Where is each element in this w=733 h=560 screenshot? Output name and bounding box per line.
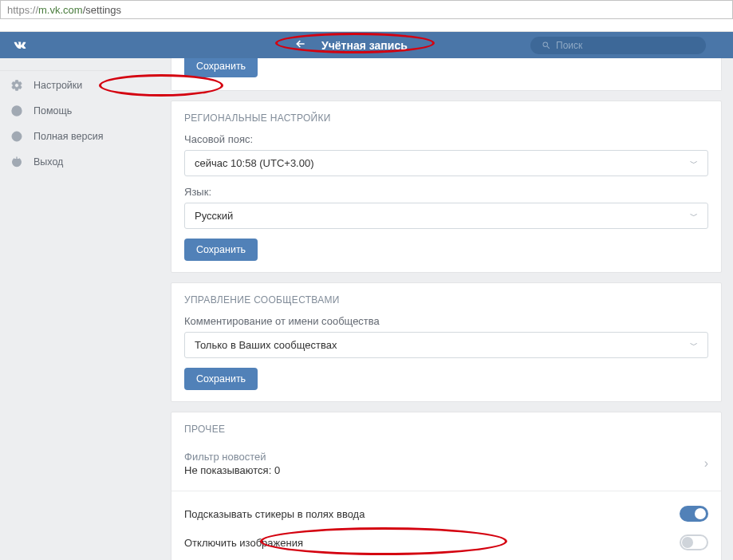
- url-protocol: https://: [7, 4, 38, 16]
- stickers-row: Подсказывать стикеры в полях ввода: [184, 499, 708, 528]
- communities-card: УПРАВЛЕНИЕ СООБЩЕСТВАМИ Комментирование …: [171, 282, 722, 402]
- sidebar-item-label: Настройки: [33, 80, 82, 91]
- timezone-select[interactable]: сейчас 10:58 (UTC+3.00) ﹀: [184, 150, 708, 176]
- comment-label: Комментирование от имени сообщества: [184, 315, 708, 327]
- chevron-down-icon: ﹀: [690, 340, 698, 351]
- section-title-regional: РЕГИОНАЛЬНЫЕ НАСТРОЙКИ: [184, 112, 708, 124]
- images-label: Отключить изображения: [184, 537, 303, 549]
- timezone-value: сейчас 10:58 (UTC+3.00): [195, 157, 314, 169]
- search-icon: [542, 41, 551, 50]
- sidebar: Настройки Помощь Полная версия Выход: [0, 58, 160, 560]
- images-toggle[interactable]: [680, 534, 708, 550]
- save-button-communities[interactable]: Сохранить: [184, 368, 258, 390]
- help-icon: [10, 104, 24, 118]
- timezone-label: Часовой пояс:: [184, 133, 708, 145]
- language-value: Русский: [195, 210, 233, 222]
- chevron-down-icon: ﹀: [690, 158, 698, 169]
- back-arrow-icon[interactable]: [294, 37, 307, 53]
- sidebar-item-settings[interactable]: Настройки: [0, 73, 160, 98]
- newsfilter-label: Фильтр новостей: [184, 451, 280, 463]
- save-button-top[interactable]: Сохранить: [184, 55, 258, 77]
- url-path: /settings: [83, 4, 121, 16]
- vk-logo[interactable]: [11, 37, 123, 54]
- sidebar-item-fullversion[interactable]: Полная версия: [0, 124, 160, 149]
- other-card: ПРОЧЕЕ Фильтр новостей Не показываются: …: [171, 412, 722, 560]
- url-bar[interactable]: https://m.vk.com/settings: [0, 0, 733, 19]
- sidebar-item-label: Выход: [33, 156, 63, 168]
- images-row: Отключить изображения: [184, 528, 708, 557]
- newsfilter-row[interactable]: Фильтр новостей Не показываются: 0 ›: [184, 444, 708, 483]
- stickers-toggle[interactable]: [680, 506, 708, 522]
- gear-icon: [10, 78, 24, 93]
- url-domain: m.vk.com: [38, 4, 83, 16]
- language-select[interactable]: Русский ﹀: [184, 203, 708, 229]
- card-cutoff: Сохранить: [171, 58, 722, 91]
- comment-select[interactable]: Только в Ваших сообществах ﹀: [184, 332, 708, 358]
- newsfilter-value: Не показываются: 0: [184, 464, 280, 476]
- section-title-communities: УПРАВЛЕНИЕ СООБЩЕСТВАМИ: [184, 294, 708, 306]
- sidebar-item-help[interactable]: Помощь: [0, 98, 160, 124]
- search-input[interactable]: Поиск: [530, 37, 706, 54]
- chevron-down-icon: ﹀: [690, 211, 698, 222]
- regional-settings-card: РЕГИОНАЛЬНЫЕ НАСТРОЙКИ Часовой пояс: сей…: [171, 101, 722, 273]
- sidebar-item-label: Полная версия: [33, 131, 103, 142]
- comment-value: Только в Ваших сообществах: [195, 339, 337, 351]
- page-title: Учётная запись: [321, 39, 408, 52]
- power-icon: [10, 155, 24, 169]
- stickers-label: Подсказывать стикеры в полях ввода: [184, 508, 365, 520]
- section-title-other: ПРОЧЕЕ: [184, 424, 708, 435]
- main-content: Сохранить РЕГИОНАЛЬНЫЕ НАСТРОЙКИ Часовой…: [160, 58, 733, 560]
- sidebar-item-logout[interactable]: Выход: [0, 149, 160, 175]
- chevron-right-icon: ›: [704, 456, 708, 471]
- save-button-regional[interactable]: Сохранить: [184, 239, 258, 261]
- svg-point-1: [17, 113, 18, 114]
- language-label: Язык:: [184, 186, 708, 198]
- globe-icon: [10, 129, 24, 144]
- sidebar-item-label: Помощь: [33, 105, 72, 116]
- header: Учётная запись Поиск: [0, 32, 733, 58]
- search-placeholder: Поиск: [556, 40, 582, 51]
